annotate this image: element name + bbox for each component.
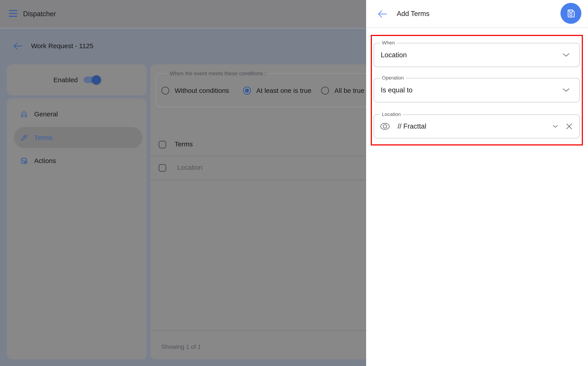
hamburger-bar [9,13,17,14]
close-icon[interactable] [565,122,573,130]
toggle-knob [92,75,101,84]
enabled-card: Enabled [7,64,147,95]
table-header-terms: Terms [175,140,193,148]
radio-all-be-true[interactable]: All be true [321,86,364,95]
pagination-status: Showing 1 of 1 [161,343,201,351]
radio-label: All be true [334,87,364,94]
sidebar-item-label: Terms [34,134,52,141]
field-value: // Fracttal [398,115,426,138]
app-root: Dispatcher Work Request - 1125 Enabled G… [0,0,588,366]
enabled-label: Enabled [53,76,78,84]
operation-select-field[interactable]: Operation Is equal to [374,78,580,102]
field-value: Is equal to [381,78,412,102]
enabled-toggle[interactable] [84,77,100,83]
chevron-down-icon[interactable] [553,125,558,128]
radio-label: At least one is true [256,87,311,94]
table-row-location[interactable]: Location [177,163,202,171]
conditions-legend: When the event meets these conditions : [168,70,268,77]
radio-at-least-one-true[interactable]: At least one is true [243,86,311,95]
radio-label: Without conditions [175,87,229,94]
sidebar-item-label: Actions [34,157,56,165]
sidebar-item-label: General [34,110,58,118]
pencil-icon [20,134,28,142]
radio-circle [161,87,169,95]
hamburger-bar [9,10,17,11]
chevron-down-icon[interactable] [563,88,569,92]
hamburger-bar [9,16,17,17]
select-all-checkbox[interactable] [159,141,166,148]
drawer-header: Add Terms [366,0,588,28]
when-select-field[interactable]: When Location [374,43,580,67]
eye-icon [380,122,390,130]
chevron-down-icon[interactable] [563,53,569,57]
sidebar-item-actions[interactable]: Actions [20,157,56,165]
calendar-plus-icon [20,157,28,165]
section-nav-card: General Terms Actions [7,98,147,359]
page-title: Work Request - 1125 [31,42,93,50]
field-value: Location [381,43,407,67]
sidebar-item-terms[interactable]: Terms [14,127,142,148]
radio-circle [321,87,329,95]
radio-without-conditions[interactable]: Without conditions [161,86,229,95]
drawer-back-arrow-icon[interactable] [377,10,387,18]
row-checkbox[interactable] [159,164,166,172]
add-terms-drawer: Add Terms When Location Operation Is equ… [366,0,588,366]
sidebar-item-general[interactable]: General [20,110,58,118]
radio-circle-selected [243,87,251,95]
hamburger-menu-icon[interactable] [9,10,17,17]
back-arrow-icon[interactable] [13,42,23,50]
save-button[interactable] [560,3,581,24]
drawer-title: Add Terms [397,0,430,27]
save-floppy-icon [566,8,576,18]
home-icon [20,110,28,118]
location-select-field[interactable]: Location // Fracttal [374,114,580,138]
app-title: Dispatcher [23,0,56,28]
